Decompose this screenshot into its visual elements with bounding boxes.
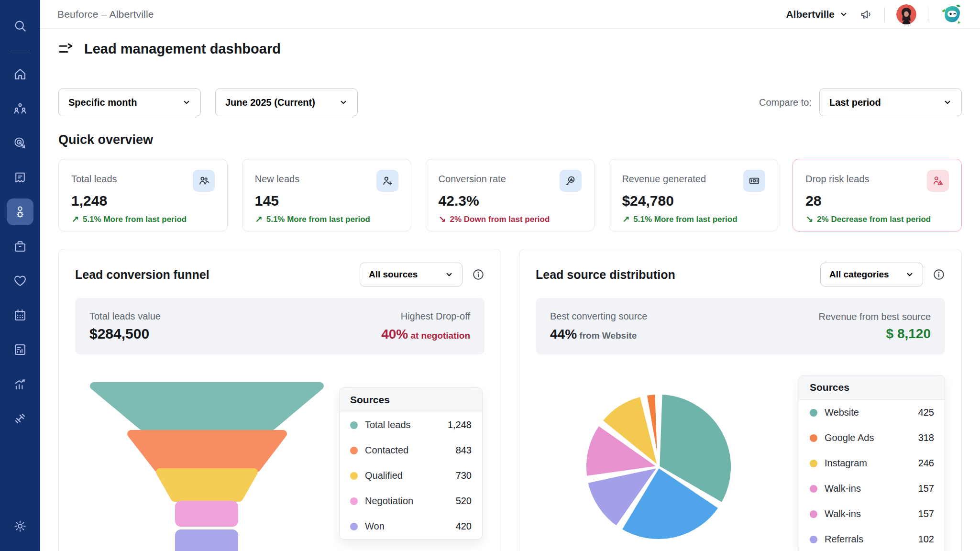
lead-source-distribution-panel: Lead source distribution All categories <box>519 249 962 551</box>
period-value-dropdown[interactable]: June 2025 (Current) <box>215 88 358 116</box>
sources-list-card: Sources Website 425 Google Ads 318 <box>799 375 945 551</box>
legend-title: Sources <box>340 388 482 412</box>
funnel-legend-card: Sources Total leads 1,248 Contacted 843 <box>339 387 483 540</box>
legend-dot <box>810 510 817 518</box>
lead-conversion-funnel-panel: Lead conversion funnel All sources <box>58 249 501 551</box>
card-trend: ↗ 5.1% More from last period <box>622 214 765 225</box>
pie-chart <box>582 390 736 544</box>
card-title: Drop risk leads <box>805 170 869 185</box>
card-title: Conversion rate <box>439 170 506 185</box>
categories-filter-dropdown[interactable]: All categories <box>820 263 923 287</box>
app-window: Beuforce – Albertville Albertville <box>0 0 980 551</box>
funnel-summary-band: Total leads value $284,500 Highest Drop-… <box>75 298 484 354</box>
card-new-leads: New leads 145 ↗ 5.1% More from last peri… <box>242 159 411 231</box>
card-drop-risk-leads: Drop risk leads 28 ↘ 2% Decrease from la… <box>793 159 962 231</box>
filters-row: Specific month June 2025 (Current) Compa… <box>40 88 980 116</box>
total-leads-value: $284,500 <box>89 326 161 342</box>
card-conversion-rate: Conversion rate 42.3% ↘ 2% Down from las… <box>426 159 595 231</box>
sidebar-divider <box>11 50 30 50</box>
top-bar: Beuforce – Albertville Albertville <box>40 0 980 29</box>
highest-dropoff-label: Highest Drop-off <box>381 311 470 322</box>
legend-dot <box>350 447 358 454</box>
legend-row: Total leads 1,248 <box>340 412 482 438</box>
legend-dot <box>350 523 358 530</box>
megaphone-icon[interactable] <box>859 8 873 21</box>
compare-label: Compare to: <box>759 97 812 108</box>
mascot-logo[interactable] <box>940 3 963 25</box>
categories-filter-value: All categories <box>829 269 889 280</box>
sidebar-item-analytics[interactable] <box>7 371 33 397</box>
card-total-leads: Total leads 1,248 ↗ 5.1% More from last … <box>58 159 228 231</box>
search-icon[interactable] <box>7 12 33 39</box>
quick-overview-heading: Quick overview <box>58 132 962 147</box>
legend-row: Qualified 730 <box>340 463 482 488</box>
chevron-down-icon <box>339 98 348 107</box>
sidebar-item-favorites[interactable] <box>7 267 33 294</box>
sidebar-item-receipts[interactable] <box>7 164 33 191</box>
kpi-cards-row: Total leads 1,248 ↗ 5.1% More from last … <box>40 159 980 231</box>
sidebar-item-reports[interactable] <box>7 336 33 363</box>
sidebar-item-targeting[interactable] <box>7 130 33 156</box>
sidebar <box>0 0 40 551</box>
legend-dot <box>350 472 358 480</box>
legend-row: Negotiation 520 <box>340 488 482 514</box>
card-value: $24,780 <box>622 193 765 209</box>
legend-dot <box>810 434 817 442</box>
legend-row: Google Ads 318 <box>799 425 945 451</box>
card-revenue-generated: Revenue generated $24,780 ↗ 5.1% More fr… <box>609 159 778 231</box>
total-leads-value-label: Total leads value <box>89 311 161 322</box>
sidebar-item-lead-management[interactable] <box>7 198 33 225</box>
period-type-dropdown[interactable]: Specific month <box>58 88 201 116</box>
chevron-down-icon <box>839 10 848 19</box>
user-plus-icon <box>376 170 398 192</box>
legend-dot <box>810 485 817 493</box>
info-icon[interactable] <box>933 268 945 281</box>
legend-row: Referrals 102 <box>799 527 945 551</box>
legend-dot <box>350 421 358 429</box>
location-dropdown[interactable]: Albertville <box>786 9 848 20</box>
sidebar-item-training[interactable] <box>7 405 33 432</box>
source-summary-band: Best converting source 44% from Website … <box>536 298 945 354</box>
card-title: New leads <box>255 170 299 185</box>
sources-filter-value: All sources <box>369 269 418 280</box>
sidebar-item-calendar[interactable] <box>7 302 33 329</box>
topbar-divider-2 <box>928 7 928 22</box>
trend-up-icon: ↗ <box>71 214 79 225</box>
collapse-menu-icon[interactable] <box>57 42 74 56</box>
highest-dropoff-value: 40% at negotiation <box>381 326 470 342</box>
trend-up-icon: ↗ <box>622 214 629 225</box>
legend-row: Contacted 843 <box>340 438 482 463</box>
chevron-down-icon <box>182 98 191 107</box>
chevron-down-icon <box>943 98 952 107</box>
card-trend: ↗ 5.1% More from last period <box>71 214 215 225</box>
chevron-down-icon <box>905 270 914 279</box>
panel-title: Lead source distribution <box>536 268 675 282</box>
location-label: Albertville <box>786 9 835 20</box>
compare-value: Last period <box>829 97 881 108</box>
card-trend: ↘ 2% Down from last period <box>439 214 582 225</box>
card-value: 42.3% <box>439 193 582 209</box>
sidebar-item-settings[interactable] <box>7 513 33 540</box>
users-icon <box>193 170 215 192</box>
sidebar-item-home[interactable] <box>7 61 33 88</box>
sidebar-item-team[interactable] <box>7 95 33 122</box>
chevron-down-icon <box>445 270 453 279</box>
info-icon[interactable] <box>472 268 484 281</box>
card-value: 28 <box>805 193 949 209</box>
sources-filter-dropdown[interactable]: All sources <box>360 263 462 287</box>
legend-title: Sources <box>799 375 945 400</box>
sidebar-item-packages[interactable] <box>7 233 33 260</box>
card-title: Total leads <box>71 170 117 185</box>
user-warning-icon <box>927 170 949 192</box>
card-trend: ↗ 5.1% More from last period <box>255 214 398 225</box>
user-avatar[interactable] <box>896 4 916 24</box>
compare-dropdown[interactable]: Last period <box>819 88 962 116</box>
period-value: June 2025 (Current) <box>225 97 315 108</box>
legend-dot <box>350 497 358 505</box>
page-content: Lead management dashboard Specific month… <box>40 29 980 551</box>
legend-row: Instagram 246 <box>799 451 945 476</box>
period-type-value: Specific month <box>68 97 137 108</box>
card-value: 1,248 <box>71 193 215 209</box>
legend-dot <box>810 460 817 467</box>
legend-row: Walk-ins 157 <box>799 501 945 527</box>
